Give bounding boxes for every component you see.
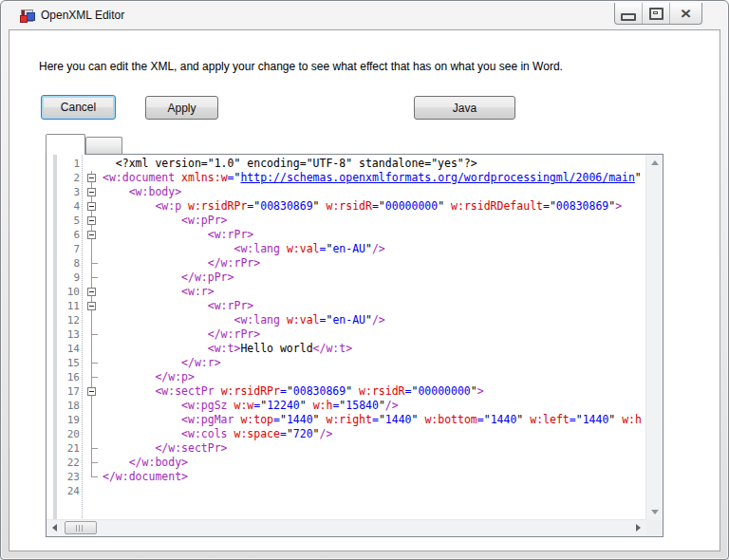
line-number: 24 [57,484,80,498]
maximize-button[interactable] [643,3,670,24]
scroll-down-icon[interactable] [651,510,659,514]
fold-marker-box[interactable] [83,299,102,313]
fold-marker-none [83,484,102,498]
code-line[interactable]: </w:body> [103,456,646,470]
fold-marker-end [83,470,102,484]
line-number: 17 [57,384,80,399]
instructions-label: Here you can edit the XML, and apply you… [39,60,563,73]
fold-marker-tick [83,271,102,285]
line-number: 21 [57,441,80,456]
line-number: 18 [57,399,80,413]
fold-marker-line [83,427,102,441]
code-line[interactable]: </w:rPr> [103,327,646,342]
fold-marker-tick [83,441,102,456]
code-line[interactable]: <w:p w:rsidRPr="00830869" w:rsidR="00000… [103,199,646,214]
code-line[interactable]: <w:t>Hello world</w:t> [103,342,646,356]
line-number: 14 [57,342,80,356]
close-button[interactable]: ✕ [670,3,701,24]
line-number: 1 [57,157,80,171]
java-button[interactable]: Java [414,96,515,120]
fold-marker-none [83,157,102,171]
line-number: 16 [57,370,80,384]
fold-marker-line [83,413,102,427]
scroll-up-icon[interactable] [651,160,659,165]
xml-code-editor[interactable]: 123456789101112131415161718192021222324 … [46,154,664,537]
line-number: 8 [57,256,80,271]
scrollbar-corner [646,520,663,536]
tab-secondary[interactable] [85,137,122,154]
horizontal-scroll-thumb[interactable] [65,521,97,534]
code-line[interactable]: <w:pgSz w:w="12240" w:h="15840"/> [103,399,646,413]
code-line[interactable]: <w:r> [103,285,646,299]
fold-margin [83,157,102,498]
close-icon: ✕ [680,8,692,20]
fold-marker-line [83,313,102,327]
fold-marker-box[interactable] [83,171,102,185]
fold-marker-box[interactable] [83,285,102,299]
minimize-button[interactable] [615,3,643,24]
code-line[interactable]: </w:document> [103,470,646,484]
tab-xml-selected[interactable] [46,134,85,155]
fold-marker-box[interactable] [83,199,102,214]
code-line[interactable]: </w:rPr> [103,256,646,271]
line-number: 2 [57,171,80,185]
code-line[interactable]: </w:r> [103,356,646,370]
fold-marker-tick [83,327,102,342]
fold-marker-box[interactable] [83,214,102,228]
title-bar[interactable]: OpenXML Editor ✕ [1,1,728,29]
app-icon [20,8,35,23]
line-number: 9 [57,271,80,285]
code-line[interactable]: <w:pPr> [103,214,646,228]
line-number: 4 [57,199,80,214]
code-line[interactable]: </w:p> [103,370,646,384]
line-number: 20 [57,427,80,441]
line-number: 12 [57,313,80,327]
fold-marker-tick [83,356,102,370]
fold-marker-box[interactable] [83,185,102,199]
code-line[interactable]: <w:body> [103,185,646,199]
horizontal-scrollbar[interactable] [47,519,646,536]
code-line[interactable]: <?xml version="1.0" encoding="UTF-8" sta… [103,157,646,171]
fold-marker-line [83,399,102,413]
fold-marker-box[interactable] [83,228,102,242]
code-line[interactable]: </w:pPr> [103,271,646,285]
code-line[interactable]: <w:lang w:val="en-AU"/> [103,313,646,327]
scroll-left-icon[interactable] [52,524,57,532]
apply-button[interactable]: Apply [145,96,218,120]
line-number: 5 [57,214,80,228]
code-line[interactable]: <w:rPr> [103,299,646,313]
fold-marker-box[interactable] [83,384,102,399]
fold-marker-line [83,242,102,256]
scroll-right-icon[interactable] [636,524,641,532]
line-number: 22 [57,456,80,470]
code-line[interactable]: <w:rPr> [103,228,646,242]
code-lines[interactable]: <?xml version="1.0" encoding="UTF-8" sta… [103,157,646,520]
window-title: OpenXML Editor [41,9,124,22]
fold-marker-tick [83,256,102,271]
line-number: 15 [57,356,80,370]
maximize-icon [649,8,664,20]
code-line[interactable]: <w:document xmlns:w="http://schemas.open… [103,171,646,185]
window-controls: ✕ [614,3,702,25]
line-number: 13 [57,327,80,342]
fold-marker-tick [83,456,102,470]
form-client-area: Here you can edit the XML, and apply you… [9,29,720,551]
minimize-icon [621,13,636,21]
code-line[interactable]: <w:lang w:val="en-AU"/> [103,242,646,256]
gutter-numbers: 123456789101112131415161718192021222324 [57,157,80,498]
fold-marker-tick [83,370,102,384]
line-number: 11 [57,299,80,313]
fold-marker-line [83,342,102,356]
code-line[interactable]: </w:sectPr> [103,441,646,456]
app-window: OpenXML Editor ✕ Here you can edit the X… [0,0,729,560]
cancel-button[interactable]: Cancel [41,95,116,120]
vertical-scrollbar[interactable] [645,155,663,520]
line-number: 7 [57,242,80,256]
line-number: 3 [57,185,80,199]
code-line[interactable]: <w:pgMar w:top="1440" w:right="1440" w:b… [103,413,646,427]
code-line[interactable]: <w:cols w:space="720"/> [103,427,646,441]
line-number: 10 [57,285,80,299]
code-line[interactable]: <w:sectPr w:rsidRPr="00830869" w:rsidR="… [103,384,646,399]
code-line[interactable] [103,484,646,498]
screen: OpenXML Editor ✕ Here you can edit the X… [0,0,729,560]
